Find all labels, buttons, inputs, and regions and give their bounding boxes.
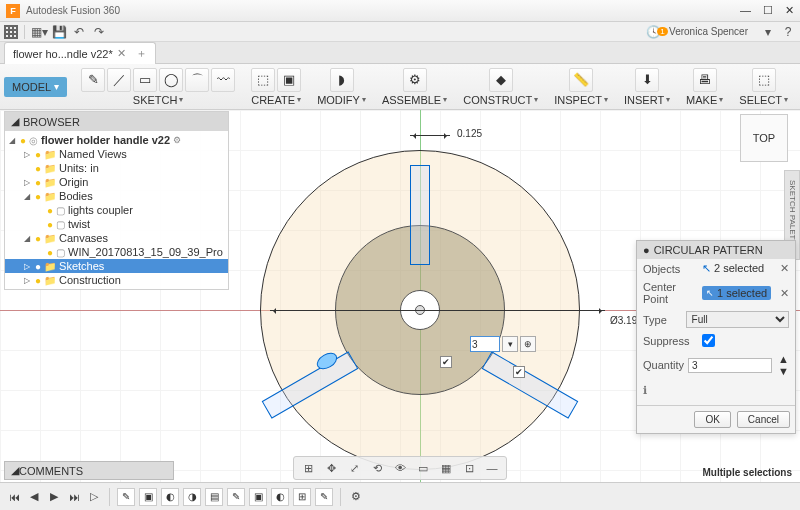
viewport-icon[interactable]: ⊡ [459, 459, 479, 477]
tab-close-icon[interactable]: ✕ [117, 47, 126, 60]
fit-icon[interactable]: ⟲ [367, 459, 387, 477]
extrude-icon[interactable]: ⬚ [251, 68, 275, 92]
qty-up-icon[interactable]: ▲ [778, 353, 789, 365]
timeline-fwd-icon[interactable]: ▶ [46, 489, 62, 505]
save-icon[interactable]: 💾 [51, 24, 67, 40]
tree-item[interactable]: ◢●📁Bodies [5, 189, 228, 203]
timeline: ⏮ ◀ ▶ ⏭ ▷ ✎ ▣ ◐ ◑ ▤ ✎ ▣ ◐ ⊞ ✎ ⚙ [0, 482, 800, 510]
extent-icon[interactable]: — [482, 459, 502, 477]
undo-icon[interactable]: ↶ [71, 24, 87, 40]
circle-icon[interactable]: ◯ [159, 68, 183, 92]
feature-1[interactable]: ✎ [117, 488, 135, 506]
feature-6[interactable]: ✎ [227, 488, 245, 506]
maximize-button[interactable]: ☐ [763, 4, 773, 17]
spline-icon[interactable]: 〰 [211, 68, 235, 92]
qty-down-icon[interactable]: ▼ [778, 365, 789, 377]
slot-3b-toggle[interactable]: ✔ [513, 366, 525, 378]
tree-item[interactable]: ▷●📁Named Views [5, 147, 228, 161]
feature-9[interactable]: ⊞ [293, 488, 311, 506]
redo-icon[interactable]: ↷ [91, 24, 107, 40]
circular-pattern-panel: ●CIRCULAR PATTERN Objects↖ 2 selected✕ C… [636, 240, 796, 434]
create-group: ⬚▣CREATE ▾ [251, 68, 301, 106]
look-icon[interactable]: 👁 [390, 459, 410, 477]
timeline-start-icon[interactable]: ⏮ [6, 489, 22, 505]
arc-icon[interactable]: ⌒ [185, 68, 209, 92]
panel-header[interactable]: ●CIRCULAR PATTERN [637, 241, 795, 259]
tree-item[interactable]: ▷●📁Origin [5, 175, 228, 189]
fillet-icon[interactable]: ◗ [330, 68, 354, 92]
dropdown-icon[interactable]: ▾ [502, 336, 518, 352]
insert-icon[interactable]: ⬇ [635, 68, 659, 92]
info-icon[interactable]: ℹ [637, 380, 795, 401]
close-button[interactable]: ✕ [785, 4, 794, 17]
pan-icon[interactable]: ✥ [321, 459, 341, 477]
feature-4[interactable]: ◑ [183, 488, 201, 506]
grid-snap-icon[interactable]: ▦ [436, 459, 456, 477]
slot-1[interactable] [410, 165, 430, 265]
feature-8[interactable]: ◐ [271, 488, 289, 506]
minimize-button[interactable]: — [740, 4, 751, 17]
quick-access-toolbar: ▦▾ 💾 ↶ ↷ 🕓1 Veronica Spencer ▾ ? [0, 22, 800, 42]
select-icon[interactable]: ⬚ [752, 68, 776, 92]
tree-item[interactable]: ◢●📁Canvases [5, 231, 228, 245]
rectangle-icon[interactable]: ▭ [133, 68, 157, 92]
slot-3-toggle[interactable]: ✔ [440, 356, 452, 368]
tree-item[interactable]: ●▢WIN_20170813_15_09_39_Pro [5, 245, 228, 259]
dimension-value-2[interactable]: Ø3.19 [608, 315, 639, 326]
app-title: Autodesk Fusion 360 [26, 5, 740, 16]
tree-item[interactable]: ▷●📁Construction [5, 273, 228, 287]
user-name[interactable]: Veronica Spencer [669, 26, 748, 37]
zoom-icon[interactable]: ⤢ [344, 459, 364, 477]
app-logo-icon: F [6, 4, 20, 18]
orbit-icon[interactable]: ⊞ [298, 459, 318, 477]
type-select[interactable]: Full [686, 311, 789, 328]
feature-2[interactable]: ▣ [139, 488, 157, 506]
inspect-icon[interactable]: 📏 [569, 68, 593, 92]
timeline-play-icon[interactable]: ▷ [86, 489, 102, 505]
document-tab[interactable]: flower ho...ndle v22* ✕ ＋ [4, 42, 156, 64]
quantity-input[interactable] [470, 336, 500, 352]
feature-3[interactable]: ◐ [161, 488, 179, 506]
quantity-field[interactable] [688, 358, 772, 373]
center-point-badge[interactable]: ↖ 1 selected [702, 286, 771, 300]
data-panel-icon[interactable] [4, 25, 18, 39]
suppress-checkbox[interactable] [702, 334, 715, 347]
new-tab-icon[interactable]: ＋ [136, 46, 147, 61]
line-icon[interactable]: ／ [107, 68, 131, 92]
dimension-value-1[interactable]: 0.125 [455, 128, 484, 139]
timeline-back-icon[interactable]: ◀ [26, 489, 42, 505]
help-icon[interactable]: ? [780, 24, 796, 40]
tree-item[interactable]: ●▢lights coupler [5, 203, 228, 217]
pattern-type-icon[interactable]: ⊕ [520, 336, 536, 352]
user-dropdown-icon[interactable]: ▾ [760, 24, 776, 40]
clear-objects-icon[interactable]: ✕ [780, 262, 789, 275]
feature-10[interactable]: ✎ [315, 488, 333, 506]
timeline-settings-icon[interactable]: ⚙ [348, 489, 364, 505]
assemble-icon[interactable]: ⚙ [403, 68, 427, 92]
dimension-line-1 [410, 135, 450, 136]
feature-7[interactable]: ▣ [249, 488, 267, 506]
browser-header[interactable]: ◢BROWSER [5, 112, 228, 131]
clear-center-icon[interactable]: ✕ [780, 287, 789, 300]
notifications-icon[interactable]: 🕓1 [649, 24, 665, 40]
cancel-button[interactable]: Cancel [737, 411, 790, 428]
tree-root[interactable]: ◢●◎flower holder handle v22⚙ [5, 133, 228, 147]
display-icon[interactable]: ▭ [413, 459, 433, 477]
timeline-end-icon[interactable]: ⏭ [66, 489, 82, 505]
construct-icon[interactable]: ◆ [489, 68, 513, 92]
feature-5[interactable]: ▤ [205, 488, 223, 506]
box-icon[interactable]: ▣ [277, 68, 301, 92]
tree-item[interactable]: ●▢twist [5, 217, 228, 231]
create-sketch-icon[interactable]: ✎ [81, 68, 105, 92]
tree-item[interactable]: ●📁Units: in [5, 161, 228, 175]
file-menu-icon[interactable]: ▦▾ [31, 24, 47, 40]
workspace-switcher[interactable]: MODEL ▾ [4, 77, 67, 97]
tree-item[interactable]: ▷●📁Sketches [5, 259, 228, 273]
make-icon[interactable]: 🖶 [693, 68, 717, 92]
view-cube[interactable]: TOP [740, 114, 788, 162]
sketch-group-label[interactable]: SKETCH ▾ [133, 94, 184, 106]
quantity-edit-field: ▾ ⊕ [470, 336, 536, 352]
comments-panel[interactable]: ◢ COMMENTS [4, 461, 174, 480]
ok-button[interactable]: OK [694, 411, 730, 428]
document-tab-bar: flower ho...ndle v22* ✕ ＋ [0, 42, 800, 64]
